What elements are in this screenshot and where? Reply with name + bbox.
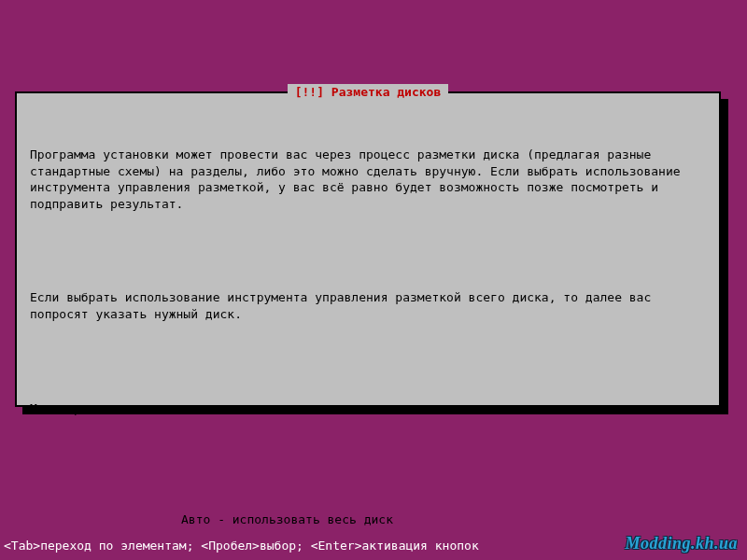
dialog-paragraph-1: Программа установки может провести вас ч… [30, 147, 706, 212]
option-auto-whole-disk[interactable]: Авто - использовать весь диск [179, 511, 553, 528]
dialog-title-wrap: [!!] Разметка дисков [17, 84, 719, 101]
watermark: Modding.kh.ua [625, 532, 738, 554]
dialog-prompt: Метод разметки: [30, 400, 706, 417]
footer-hint: <Tab>переход по элементам; <Пробел>выбор… [4, 538, 479, 554]
partition-dialog: [!!] Разметка дисков Программа установки… [15, 91, 721, 407]
spacer [30, 245, 706, 257]
spacer [30, 356, 706, 368]
dialog-content: Программа установки может провести вас ч… [17, 93, 719, 560]
dialog-paragraph-2: Если выбрать использование инструмента у… [30, 289, 706, 322]
dialog-title: [!!] Разметка дисков [288, 84, 449, 101]
